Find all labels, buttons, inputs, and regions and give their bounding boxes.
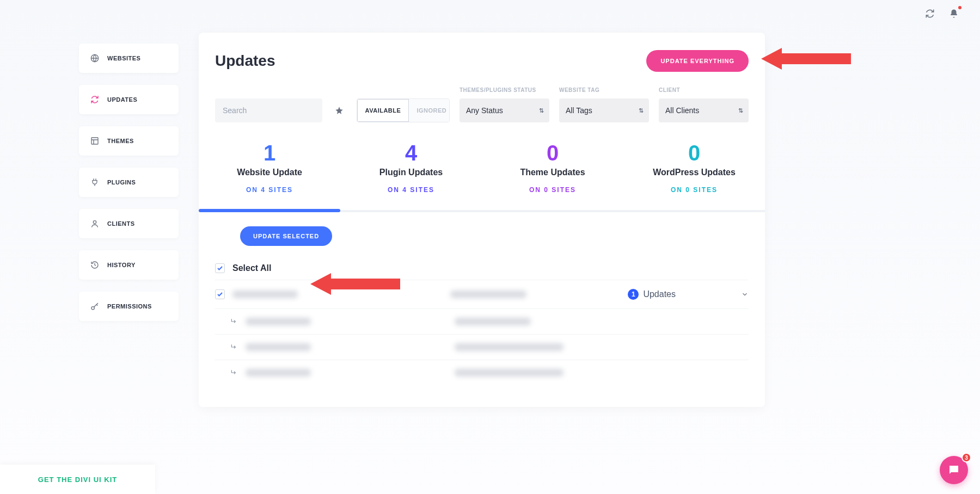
- chevron-down-icon[interactable]: [741, 291, 749, 298]
- sidebar-item-plugins[interactable]: PLUGINS: [79, 168, 179, 197]
- website-tag-select[interactable]: All Tags: [559, 98, 649, 122]
- sidebar-item-updates[interactable]: UPDATES: [79, 85, 179, 114]
- sub-arrow-icon: [230, 343, 238, 351]
- item-name-redacted: [246, 369, 311, 376]
- select-value: All Tags: [566, 106, 592, 115]
- sub-arrow-icon: [230, 318, 238, 325]
- stat-subtitle: ON 0 SITES: [487, 186, 618, 194]
- search-input[interactable]: [215, 98, 322, 122]
- site-row[interactable]: 1 Updates: [215, 280, 749, 308]
- row-checkbox[interactable]: [215, 289, 225, 299]
- segment-ignored[interactable]: IGNORED: [409, 99, 450, 122]
- stat-subtitle: ON 0 SITES: [629, 186, 759, 194]
- filter-themes-plugins: THEMES/PLUGINS STATUS Any Status: [460, 87, 549, 122]
- item-name-redacted: [246, 318, 311, 325]
- updates-indicator: 1 Updates: [628, 289, 676, 300]
- availability-segment: AVAILABLE IGNORED: [357, 98, 450, 122]
- item-detail-redacted: [455, 343, 564, 351]
- svg-marker-4: [761, 48, 851, 70]
- sidebar-item-clients[interactable]: CLIENTS: [79, 209, 179, 238]
- item-name-redacted: [246, 343, 311, 351]
- stat-website-updates[interactable]: 1 Website Update ON 4 SITES: [199, 131, 340, 210]
- item-row[interactable]: [215, 360, 749, 385]
- svg-point-2: [93, 221, 96, 224]
- stats-row: 1 Website Update ON 4 SITES 4 Plugin Upd…: [199, 131, 765, 212]
- select-value: All Clients: [665, 106, 699, 115]
- main-panel: Updates UPDATE EVERYTHING AVAILABLE IGNO…: [199, 33, 765, 407]
- stat-title: Website Update: [204, 168, 335, 177]
- footer-banner[interactable]: GET THE DIVI UI KIT: [0, 465, 155, 494]
- select-value: Any Status: [466, 106, 503, 115]
- chat-launcher[interactable]: 3: [940, 456, 968, 484]
- filter-label: CLIENT: [659, 87, 749, 93]
- item-detail-redacted: [455, 369, 564, 376]
- plug-icon: [90, 177, 100, 187]
- themes-plugins-select[interactable]: Any Status: [460, 98, 549, 122]
- refresh-icon[interactable]: [923, 7, 936, 20]
- sidebar-item-label: WEBSITES: [107, 55, 140, 61]
- sidebar-item-permissions[interactable]: PERMISSIONS: [79, 292, 179, 321]
- svg-rect-1: [91, 138, 98, 144]
- sub-arrow-icon: [230, 369, 238, 376]
- sidebar-item-label: UPDATES: [107, 96, 137, 103]
- stat-subtitle: ON 4 SITES: [346, 186, 476, 194]
- stat-wordpress-updates[interactable]: 0 WordPress Updates ON 0 SITES: [623, 131, 765, 210]
- stat-title: WordPress Updates: [629, 168, 759, 177]
- sidebar-item-label: CLIENTS: [107, 220, 135, 227]
- updates-count-badge: 1: [628, 289, 639, 300]
- action-bar: UPDATE SELECTED: [199, 212, 765, 251]
- user-icon: [90, 219, 100, 229]
- globe-icon: [90, 53, 100, 63]
- filter-label: WEBSITE TAG: [559, 87, 649, 93]
- key-icon: [90, 301, 100, 311]
- select-all-label: Select All: [232, 263, 271, 273]
- notification-dot: [958, 6, 961, 9]
- stat-count: 1: [204, 141, 335, 165]
- stat-theme-updates[interactable]: 0 Theme Updates ON 0 SITES: [482, 131, 623, 210]
- updates-text: Updates: [643, 289, 676, 299]
- sidebar-item-label: PLUGINS: [107, 179, 136, 186]
- sidebar-item-history[interactable]: HISTORY: [79, 250, 179, 280]
- client-select[interactable]: All Clients: [659, 98, 749, 122]
- stat-count: 4: [346, 141, 476, 165]
- refresh-icon: [90, 95, 100, 104]
- sidebar-item-websites[interactable]: WEBSITES: [79, 44, 179, 73]
- annotation-arrow: [761, 45, 851, 73]
- sidebar: WEBSITES UPDATES THEMES PLUGINS CLIENTS …: [79, 44, 179, 333]
- stat-count: 0: [487, 141, 618, 165]
- main-header: Updates UPDATE EVERYTHING: [199, 50, 765, 87]
- item-row[interactable]: [215, 308, 749, 334]
- stat-title: Plugin Updates: [346, 168, 476, 177]
- sidebar-item-label: HISTORY: [107, 262, 136, 268]
- stat-title: Theme Updates: [487, 168, 618, 177]
- updates-list: Select All 1 Updates: [199, 251, 765, 407]
- stat-subtitle: ON 4 SITES: [204, 186, 335, 194]
- filter-row: AVAILABLE IGNORED THEMES/PLUGINS STATUS …: [199, 87, 765, 131]
- svg-point-3: [91, 307, 94, 310]
- filter-website-tag: WEBSITE TAG All Tags: [559, 87, 649, 122]
- site-name-redacted: [232, 291, 298, 298]
- history-icon: [90, 260, 100, 270]
- bell-icon[interactable]: [947, 7, 960, 20]
- item-detail-redacted: [455, 318, 531, 325]
- sidebar-item-themes[interactable]: THEMES: [79, 126, 179, 156]
- item-row[interactable]: [215, 334, 749, 360]
- select-all-checkbox[interactable]: [215, 263, 225, 273]
- favorite-filter-icon[interactable]: [332, 98, 347, 122]
- layout-icon: [90, 136, 100, 146]
- page-title: Updates: [215, 52, 275, 70]
- filter-client: CLIENT All Clients: [659, 87, 749, 122]
- filter-label: THEMES/PLUGINS STATUS: [460, 87, 549, 93]
- topbar: [0, 0, 980, 27]
- update-everything-button[interactable]: UPDATE EVERYTHING: [646, 50, 749, 72]
- update-selected-button[interactable]: UPDATE SELECTED: [240, 226, 332, 246]
- site-url-redacted: [450, 291, 526, 298]
- stat-plugin-updates[interactable]: 4 Plugin Updates ON 4 SITES: [340, 131, 482, 210]
- sidebar-item-label: PERMISSIONS: [107, 303, 152, 310]
- segment-available[interactable]: AVAILABLE: [357, 99, 409, 122]
- chat-badge: 3: [961, 453, 971, 462]
- sidebar-item-label: THEMES: [107, 138, 134, 144]
- select-all-row: Select All: [215, 257, 749, 280]
- stat-count: 0: [629, 141, 759, 165]
